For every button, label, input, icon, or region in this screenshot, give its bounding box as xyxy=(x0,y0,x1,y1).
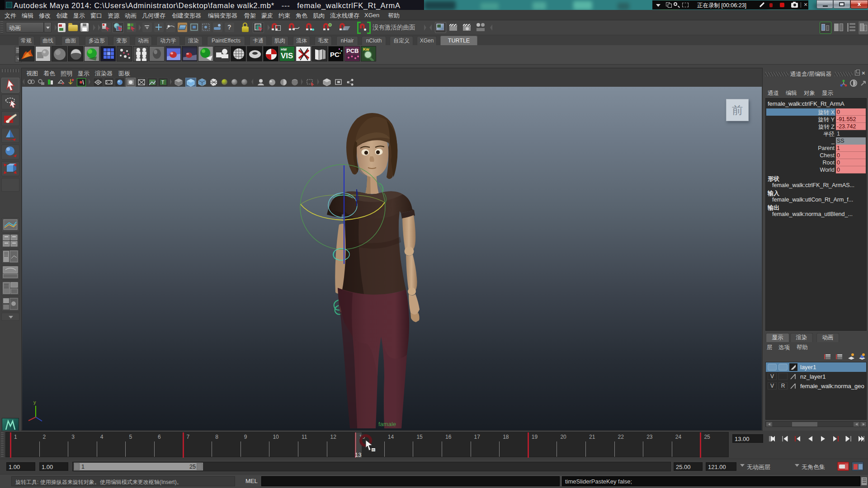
svg-text:T: T xyxy=(161,80,164,85)
svg-text:y: y xyxy=(33,399,36,405)
svg-text:m: m xyxy=(372,448,375,451)
svg-text:famale: famale xyxy=(378,421,396,427)
